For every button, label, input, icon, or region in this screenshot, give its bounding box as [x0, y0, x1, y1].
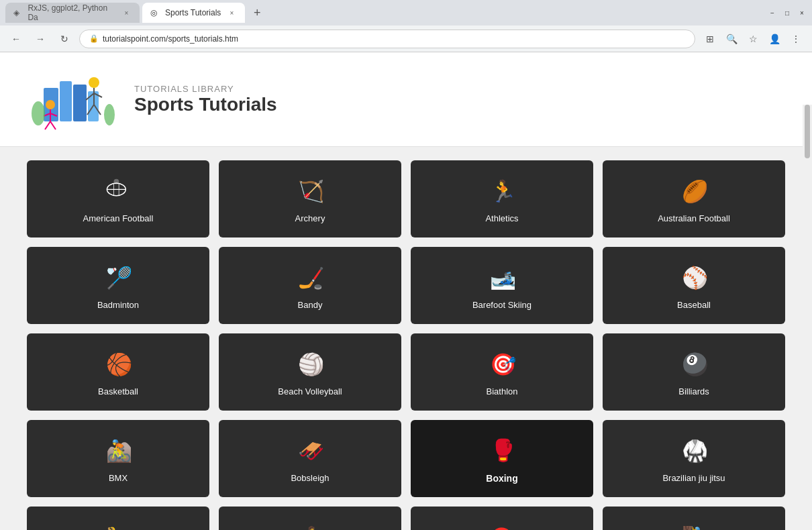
page-header: TUTORIALS LIBRARY Sports Tutorials: [0, 52, 812, 147]
bmx-label: BMX: [109, 473, 128, 484]
tab-rxjs[interactable]: ◈ RxJS, ggplot2, Python Da ×: [5, 3, 140, 23]
forward-button[interactable]: →: [31, 30, 50, 48]
brazilian-jiu-jitsu-icon: 🥋: [677, 434, 711, 468]
sport-card-barefoot-skiing[interactable]: 🎿Barefoot Skiing: [411, 247, 593, 324]
svg-text:🏐: 🏐: [298, 352, 325, 377]
window-controls: − □ ×: [768, 8, 807, 17]
american-football-icon: [101, 174, 135, 208]
sport-card-baseball[interactable]: ⚾Baseball: [603, 247, 785, 324]
american-football-label: American Football: [83, 213, 154, 225]
svg-text:🎯: 🎯: [490, 352, 517, 377]
toolbar-actions: ⊞ 🔍 ☆ 👤 ⋮: [701, 30, 805, 48]
header-svg: [30, 68, 117, 131]
sport-card-australian-football[interactable]: 🏉Australian Football: [603, 160, 785, 237]
header-text: TUTORIALS LIBRARY Sports Tutorials: [134, 84, 277, 115]
bull-riding-icon: 🐂: [101, 521, 135, 530]
profile-icon[interactable]: 👤: [765, 30, 784, 48]
maximize-button[interactable]: □: [782, 8, 792, 17]
athletics-icon: 🏃: [485, 174, 519, 208]
bmx-icon: 🚵: [101, 434, 135, 468]
svg-text:🏒: 🏒: [298, 265, 325, 290]
sport-card-biathlon[interactable]: 🎯Biathlon: [411, 333, 593, 411]
sports-grid: American Football🏹Archery🏃Athletics🏉Aust…: [0, 147, 812, 530]
tab-sports[interactable]: ◎ Sports Tutorials ×: [142, 3, 245, 23]
page-title: Sports Tutorials: [134, 94, 277, 115]
tab-rxjs-close[interactable]: ×: [121, 7, 132, 18]
svg-point-22: [113, 179, 119, 184]
svg-text:⚾: ⚾: [682, 265, 709, 290]
svg-text:🏸: 🏸: [106, 265, 133, 290]
tab-sports-close[interactable]: ×: [226, 7, 237, 18]
australian-football-label: Australian Football: [658, 213, 730, 225]
page-content: TUTORIALS LIBRARY Sports Tutorials Ameri…: [0, 52, 812, 530]
scrollbar[interactable]: [803, 105, 812, 530]
archery-icon: 🏹: [293, 174, 327, 208]
svg-point-10: [46, 100, 55, 109]
sport-card-carrom-board[interactable]: 🎯Carrom Board: [411, 507, 593, 530]
sport-card-american-football[interactable]: American Football: [27, 160, 209, 237]
scrollbar-thumb[interactable]: [805, 105, 810, 158]
sport-card-billiards[interactable]: 🎱Billiards: [603, 333, 785, 411]
sport-card-basketball[interactable]: 🏀Basketball: [27, 333, 209, 411]
bandy-label: Bandy: [298, 300, 323, 311]
competitive-climbing-icon: 🧗: [677, 521, 711, 530]
sport-card-beach-volleyball[interactable]: 🏐Beach Volleyball: [219, 333, 401, 411]
svg-text:🎱: 🎱: [682, 352, 709, 377]
barefoot-skiing-label: Barefoot Skiing: [472, 300, 531, 311]
tab-rxjs-favicon: ◈: [13, 8, 22, 17]
svg-text:🐂: 🐂: [106, 525, 133, 530]
svg-text:🥋: 🥋: [682, 438, 709, 464]
athletics-label: Athletics: [485, 213, 518, 225]
badminton-icon: 🏸: [101, 261, 135, 295]
new-tab-button[interactable]: +: [248, 3, 266, 22]
svg-text:🏹: 🏹: [298, 178, 325, 204]
sport-card-boxing[interactable]: 🥊Boxing: [411, 420, 593, 497]
bobsleigh-label: Bobsleigh: [291, 473, 329, 484]
sport-card-canoeing[interactable]: 🚣Canoeing: [219, 507, 401, 530]
translate-icon[interactable]: ⊞: [701, 30, 719, 48]
sport-card-bobsleigh[interactable]: 🛷Bobsleigh: [219, 420, 401, 497]
badminton-label: Badminton: [97, 300, 139, 311]
close-button[interactable]: ×: [797, 8, 807, 17]
svg-text:🛷: 🛷: [298, 438, 325, 464]
sport-card-badminton[interactable]: 🏸Badminton: [27, 247, 209, 324]
reload-button[interactable]: ↻: [55, 30, 74, 48]
svg-point-16: [32, 101, 45, 125]
svg-text:🧗: 🧗: [682, 525, 709, 530]
basketball-icon: 🏀: [101, 348, 135, 381]
svg-text:🎯: 🎯: [489, 526, 515, 530]
sport-card-bmx[interactable]: 🚵BMX: [27, 420, 209, 497]
sport-card-archery[interactable]: 🏹Archery: [219, 160, 401, 237]
boxing-icon: 🥊: [485, 433, 519, 467]
carrom-board-icon: 🎯: [485, 521, 519, 530]
menu-icon[interactable]: ⋮: [786, 30, 805, 48]
sport-card-bandy[interactable]: 🏒Bandy: [219, 247, 401, 324]
bookmark-icon[interactable]: ☆: [744, 30, 762, 48]
tab-sports-favicon: ◎: [150, 8, 160, 17]
svg-text:🚣: 🚣: [298, 525, 325, 530]
minimize-button[interactable]: −: [768, 8, 777, 17]
svg-text:🎿: 🎿: [490, 265, 517, 290]
back-button[interactable]: ←: [7, 30, 26, 48]
basketball-label: Basketball: [98, 386, 138, 398]
svg-text:🏉: 🏉: [682, 178, 709, 204]
sport-card-bull-riding[interactable]: 🐂Bull Riding: [27, 507, 209, 530]
svg-line-12: [45, 121, 50, 129]
sport-card-brazilian-jiu-jitsu[interactable]: 🥋Brazilian jiu jitsu: [603, 420, 785, 497]
svg-point-4: [89, 77, 99, 88]
beach-volleyball-label: Beach Volleyball: [278, 386, 342, 398]
boxing-label: Boxing: [486, 472, 517, 484]
beach-volleyball-icon: 🏐: [293, 348, 327, 381]
url-text: tutorialspoint.com/sports_tutorials.htm: [103, 34, 238, 44]
bobsleigh-icon: 🛷: [293, 434, 327, 468]
billiards-label: Billiards: [678, 386, 709, 398]
header-illustration: [27, 66, 121, 133]
svg-rect-2: [73, 85, 87, 121]
sport-card-athletics[interactable]: 🏃Athletics: [411, 160, 593, 237]
svg-text:🏀: 🏀: [106, 352, 133, 377]
title-bar: ◈ RxJS, ggplot2, Python Da × ◎ Sports Tu…: [0, 0, 812, 25]
address-bar[interactable]: 🔒 tutorialspoint.com/sports_tutorials.ht…: [79, 30, 695, 48]
biathlon-label: Biathlon: [487, 386, 518, 398]
sport-card-competitive-climbing[interactable]: 🧗Competitive Climbing: [603, 507, 785, 530]
search-icon[interactable]: 🔍: [722, 30, 741, 48]
